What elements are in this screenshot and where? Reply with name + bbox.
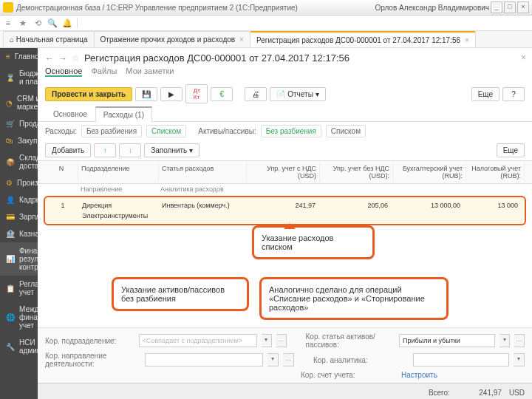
sidebar-item-crm[interactable]: ◔CRM и маркетинг [0, 90, 38, 115]
subnav-files[interactable]: Файлы [91, 66, 117, 77]
filter-bar: Расходы: Без разбиения Списком Активы/па… [38, 122, 532, 140]
sidebar-item-sales[interactable]: 🛒Продажи [0, 115, 38, 132]
subnav-notes[interactable]: Мои заметки [126, 66, 174, 77]
tab-register[interactable]: Регистрация расходов ДС00-000001 от 27.0… [250, 31, 476, 47]
open-icon[interactable]: … [514, 334, 525, 347]
configure-link[interactable]: Настроить [401, 371, 437, 379]
window-titlebar: Демонстрационная база / 1С:ERP Управлени… [0, 0, 532, 16]
save-button[interactable]: 💾 [135, 87, 157, 101]
open-icon[interactable]: … [283, 353, 294, 366]
total-label: Всего: [429, 389, 450, 397]
cell-v2: 205,06 [318, 200, 391, 211]
search-icon[interactable]: 🔍 [47, 18, 58, 28]
currency-button[interactable]: € [211, 87, 233, 101]
history-icon[interactable]: ⟲ [33, 18, 43, 28]
globe-icon: 🌐 [6, 313, 15, 321]
fld-kor-nap[interactable] [145, 353, 263, 366]
sidebar-item-finresult[interactable]: 📊Финансовый результат и контроллинг [0, 242, 38, 276]
move-up-button[interactable]: ↑ [94, 143, 116, 157]
sidebar-item-label: Финансовый результат и контроллинг [19, 247, 38, 271]
dropdown-icon[interactable]: ▾ [267, 353, 279, 366]
dropdown-icon[interactable]: ▾ [514, 353, 525, 366]
cell-n: 1 [47, 200, 79, 211]
favorite-icon[interactable]: ☆ [72, 53, 80, 64]
filter-no-split[interactable]: Без разбиения [81, 125, 142, 137]
lbl-kor-st: Кор. статья активов/пассивов: [306, 332, 395, 349]
sidebar-item-label: Международный финансовый учет [19, 305, 38, 330]
tab-reflect[interactable]: Отражение прочих доходов и расходов× [94, 31, 250, 47]
filter-assets-no-split[interactable]: Без разбиения [261, 125, 321, 137]
lbl-kor-pod: Кор. подразделение: [45, 337, 134, 345]
table-toolbar: Добавить ↑ ↓ Заполнить ▾ Еще [38, 140, 532, 160]
sidebar-item-warehouse[interactable]: 📦Склад и доставка [0, 149, 38, 174]
gear-icon: ⚙ [6, 179, 13, 187]
close-icon[interactable]: × [517, 1, 529, 13]
dropdown-icon[interactable]: ▾ [262, 334, 272, 347]
person-icon: 👤 [6, 196, 15, 204]
annotation-analog: Аналогично сделано для операций «Списани… [259, 277, 449, 320]
dropdown-icon[interactable]: ▾ [499, 334, 510, 347]
sidebar-item-treasury[interactable]: 🏦Казначейство [0, 225, 38, 242]
sidebar-item-label: Производство [17, 179, 38, 187]
filter-assets-label: Активы/пассивы: [198, 127, 256, 135]
menu-icon[interactable]: ≡ [3, 18, 13, 28]
sidebar-item-admin[interactable]: 🔧НСИ и администрирование [0, 334, 38, 359]
table-more-button[interactable]: Еще [497, 143, 525, 157]
help-button[interactable]: ? [502, 87, 525, 101]
sidebar-item-budget[interactable]: ⌛Бюджетирование и планирование [0, 65, 38, 90]
print-button[interactable]: 🖨 [245, 87, 267, 101]
post-button[interactable]: ▶ [160, 87, 183, 101]
col-v4: Налоговый учет (RUB): [466, 163, 525, 182]
box-icon: 📦 [6, 158, 15, 166]
open-icon[interactable]: … [276, 334, 287, 347]
filter-list[interactable]: Списком [146, 125, 186, 137]
tab-bar: ⌂ Начальная страница Отражение прочих до… [0, 31, 532, 48]
move-down-button[interactable]: ↓ [119, 143, 141, 157]
annotation-assets: Указание активов/пассивов без разбиения [112, 277, 249, 311]
doc-tab-expenses[interactable]: Расходы (1) [95, 106, 152, 122]
tab-close-icon[interactable]: × [465, 36, 469, 44]
tab-home[interactable]: ⌂ Начальная страница [3, 31, 95, 47]
home-icon: ⌂ [10, 35, 14, 44]
max-icon[interactable]: □ [504, 1, 516, 13]
sidebar-item-main[interactable]: ≡Главное [0, 48, 38, 65]
post-and-close-button[interactable]: Провести и закрыть [45, 87, 132, 101]
min-icon[interactable]: _ [491, 1, 502, 13]
fld-kor-pod[interactable]: <Совпадает с подразделением> [139, 334, 257, 347]
sidebar-item-hr[interactable]: 👤Кадры [0, 191, 38, 208]
table-row[interactable]: 1 Дирекция Инвентарь (коммерч.) 241,97 2… [47, 200, 523, 211]
bell-icon[interactable]: 🔔 [62, 18, 72, 28]
reports-button[interactable]: 📄Отчеты ▾ [270, 87, 326, 101]
sidebar-item-regaccount[interactable]: 📋Регламентированный учет [0, 276, 38, 301]
sidebar-item-ifrs[interactable]: 🌐Международный финансовый учет [0, 301, 38, 334]
sidebar-item-label: CRM и маркетинг [17, 95, 38, 111]
user-name[interactable]: Орлов Александр Владимирович [375, 4, 489, 12]
sidebar-item-label: Регламентированный учет [19, 280, 38, 296]
fld-kor-st[interactable]: Прибыли и убытки [399, 334, 495, 347]
cart-icon: 🛒 [6, 120, 15, 128]
sidebar-item-production[interactable]: ⚙Производство [0, 174, 38, 191]
filter-assets-list[interactable]: Списком [326, 125, 366, 137]
sidebar: ≡Главное ⌛Бюджетирование и планирование … [0, 48, 38, 399]
add-button[interactable]: Добавить [45, 143, 91, 157]
fill-button[interactable]: Заполнить ▾ [144, 143, 200, 157]
tab-close-icon[interactable]: × [239, 35, 244, 44]
sidebar-item-salary[interactable]: 💳Зарплата [0, 208, 38, 225]
back-icon[interactable]: ← [45, 53, 54, 64]
panel-close-icon[interactable]: × [521, 52, 526, 63]
star-icon[interactable]: ★ [18, 18, 28, 28]
doc-tab-main[interactable]: Основное [45, 106, 95, 121]
cell-pod: Дирекция [79, 200, 159, 211]
more-button[interactable]: Еще [471, 87, 499, 101]
sidebar-item-purchase[interactable]: 🛍Закупки [0, 132, 38, 149]
main-panel: × ← → ☆ Регистрация расходов ДС00-000001… [38, 48, 532, 399]
lbl-kor-acc: Кор. счет учета: [301, 371, 397, 379]
fill-label: Заполнить [151, 146, 187, 154]
total-currency: USD [509, 389, 525, 397]
dtkt-button[interactable]: ДтКт [185, 84, 208, 103]
forward-icon[interactable]: → [58, 53, 67, 64]
sidebar-item-label: Склад и доставка [19, 154, 38, 170]
bottom-form: Кор. подразделение: <Совпадает с подразд… [38, 327, 532, 383]
subnav-main[interactable]: Основное [45, 66, 82, 77]
fld-kor-an[interactable] [413, 353, 509, 366]
